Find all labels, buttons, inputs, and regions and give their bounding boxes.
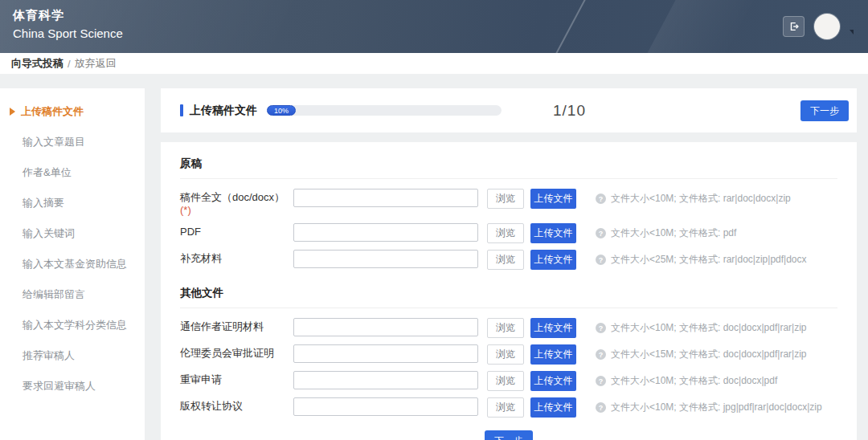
file-label-text: 伦理委员会审批证明 xyxy=(180,347,274,359)
info-icon: ? xyxy=(596,255,606,265)
file-label-text: PDF xyxy=(180,226,201,238)
file-row-copyright-transfer: 版权转让协议 浏览 上传文件 ? 文件大小<10M; 文件格式: jpg|pdf… xyxy=(180,397,837,418)
sidebar-item-label: 推荐审稿人 xyxy=(23,348,75,363)
upload-file-button[interactable]: 上传文件 xyxy=(530,318,576,338)
sidebar-item-excluded-reviewers[interactable]: 要求回避审稿人 xyxy=(0,371,145,401)
file-row-ethics-approval: 伦理委员会审批证明 浏览 上传文件 ? 文件大小<15M; 文件格式: doc|… xyxy=(180,344,837,365)
header-actions xyxy=(783,0,854,53)
breadcrumb-abandon-link[interactable]: 放弃返回 xyxy=(75,56,117,71)
sidebar-item-label: 作者&单位 xyxy=(23,165,72,180)
file-hint-text: 文件大小<10M; 文件格式: doc|docx|pdf|rar|zip xyxy=(611,321,807,335)
sidebar-item-article-title[interactable]: 输入文章题目 xyxy=(0,127,145,157)
next-step-button-top[interactable]: 下一步 xyxy=(800,100,849,121)
browse-button[interactable]: 浏览 xyxy=(487,318,524,338)
group-rows-original: 稿件全文（doc/docx） (*) 浏览 上传文件 ? 文件大小<10M; 文… xyxy=(180,179,837,270)
breadcrumb-current: 向导式投稿 xyxy=(11,56,63,71)
ethics-approval-input[interactable] xyxy=(293,344,478,363)
info-icon: ? xyxy=(596,376,606,386)
corresponding-author-proof-input[interactable] xyxy=(293,318,478,336)
browse-button[interactable]: 浏览 xyxy=(487,250,524,270)
file-hint: ? 文件大小<10M; 文件格式: pdf xyxy=(596,223,736,240)
brand: 体育科学 China Sport Science xyxy=(13,6,123,43)
file-hint-text: 文件大小<10M; 文件格式: doc|docx|pdf xyxy=(611,374,777,388)
progress-header-card: 上传稿件文件 10% 1/10 下一步 xyxy=(161,88,857,132)
file-hint: ? 文件大小<10M; 文件格式: jpg|pdf|rar|doc|docx|z… xyxy=(596,397,822,414)
file-hint-text: 文件大小<10M; 文件格式: pdf xyxy=(611,226,736,240)
file-label: 补充材料 xyxy=(180,250,293,265)
file-row-corresponding-author-proof: 通信作者证明材料 浏览 上传文件 ? 文件大小<10M; 文件格式: doc|d… xyxy=(180,318,837,338)
bottom-actions: 下一步 xyxy=(180,430,837,440)
info-icon: ? xyxy=(596,194,606,204)
next-step-button-bottom[interactable]: 下一步 xyxy=(485,430,533,440)
fulltext-file-input[interactable] xyxy=(293,189,478,207)
group-rows-other: 通信作者证明材料 浏览 上传文件 ? 文件大小<10M; 文件格式: doc|d… xyxy=(180,308,837,418)
sidebar-item-label: 输入文章题目 xyxy=(23,135,85,149)
upload-file-button[interactable]: 上传文件 xyxy=(530,397,576,418)
sidebar-item-keywords[interactable]: 输入关键词 xyxy=(0,218,145,249)
logout-button[interactable] xyxy=(783,16,805,37)
app-title-zh: 体育科学 xyxy=(13,6,123,24)
section-marker-bar xyxy=(180,104,183,116)
file-hint-text: 文件大小<15M; 文件格式: doc|docx|pdf|rar|zip xyxy=(611,348,807,361)
upload-file-button[interactable]: 上传文件 xyxy=(530,371,576,391)
sidebar-item-funding-info[interactable]: 输入本文基金资助信息 xyxy=(0,249,145,279)
sidebar-item-label: 输入关键词 xyxy=(23,226,75,241)
breadcrumb-separator: / xyxy=(68,58,71,70)
file-hint: ? 文件大小<10M; 文件格式: doc|docx|pdf|rar|zip xyxy=(596,318,807,335)
progress-fill: 10% xyxy=(267,105,296,116)
file-row-pdf: PDF 浏览 上传文件 ? 文件大小<10M; 文件格式: pdf xyxy=(180,223,837,243)
sidebar-item-label: 输入摘要 xyxy=(23,196,64,210)
pdf-file-input[interactable] xyxy=(293,223,478,242)
supplementary-file-input[interactable] xyxy=(293,250,478,268)
upload-file-button[interactable]: 上传文件 xyxy=(530,223,576,243)
upload-file-button[interactable]: 上传文件 xyxy=(530,250,576,270)
file-hint-text: 文件大小<10M; 文件格式: rar|doc|docx|zip xyxy=(611,192,791,206)
page-title: 上传稿件文件 xyxy=(190,104,257,118)
steps-sidebar: 上传稿件文件 输入文章题目 作者&单位 输入摘要 输入关键词 输入本文基金资助信… xyxy=(0,88,145,440)
active-step-triangle-icon xyxy=(10,108,15,116)
browse-button[interactable]: 浏览 xyxy=(487,223,524,243)
breadcrumb: 向导式投稿 / 放弃返回 xyxy=(0,53,868,74)
sidebar-item-upload-files[interactable]: 上传稿件文件 xyxy=(0,96,145,127)
info-icon: ? xyxy=(596,349,606,360)
browse-button[interactable]: 浏览 xyxy=(487,344,524,365)
upload-file-button[interactable]: 上传文件 xyxy=(530,344,576,365)
browse-button[interactable]: 浏览 xyxy=(487,371,524,391)
file-label: 重审申请 xyxy=(180,371,293,386)
sidebar-item-label: 要求回避审稿人 xyxy=(23,379,96,393)
file-label: 版权转让协议 xyxy=(180,397,293,413)
file-label: 伦理委员会审批证明 xyxy=(180,344,293,360)
info-icon: ? xyxy=(596,402,606,413)
file-label-text: 稿件全文（doc/docx） xyxy=(180,191,285,203)
sidebar-item-subject-classification[interactable]: 输入本文学科分类信息 xyxy=(0,310,145,340)
page-body: 上传稿件文件 输入文章题目 作者&单位 输入摘要 输入关键词 输入本文基金资助信… xyxy=(0,74,868,440)
file-row-fulltext: 稿件全文（doc/docx） (*) 浏览 上传文件 ? 文件大小<10M; 文… xyxy=(180,189,837,217)
sidebar-item-abstract[interactable]: 输入摘要 xyxy=(0,188,145,218)
sidebar-item-recommend-reviewers[interactable]: 推荐审稿人 xyxy=(0,340,145,371)
user-avatar[interactable] xyxy=(814,14,840,39)
group-title-original-manuscript: 原稿 xyxy=(180,147,837,179)
browse-button[interactable]: 浏览 xyxy=(487,189,524,209)
sidebar-item-editor-message[interactable]: 给编辑部留言 xyxy=(0,279,145,310)
file-hint: ? 文件大小<25M; 文件格式: rar|doc|zip|pdf|docx xyxy=(596,250,807,267)
file-hint: ? 文件大小<15M; 文件格式: doc|docx|pdf|rar|zip xyxy=(596,344,807,361)
app-title-en: China Sport Science xyxy=(13,24,123,43)
info-icon: ? xyxy=(596,323,606,333)
re-review-application-input[interactable] xyxy=(293,371,478,389)
step-counter: 1/10 xyxy=(553,102,586,120)
upload-file-button[interactable]: 上传文件 xyxy=(530,189,576,209)
file-label-text: 重审申请 xyxy=(180,373,222,385)
sidebar-item-label: 给编辑部留言 xyxy=(23,287,85,302)
main-column: 上传稿件文件 10% 1/10 下一步 原稿 稿件全文（doc/docx） (*… xyxy=(161,88,857,440)
file-label: PDF xyxy=(180,223,293,238)
file-hint-text: 文件大小<25M; 文件格式: rar|doc|zip|pdf|docx xyxy=(611,253,807,267)
browse-button[interactable]: 浏览 xyxy=(487,397,524,418)
sidebar-item-authors-affiliations[interactable]: 作者&单位 xyxy=(0,157,145,188)
file-label-text: 补充材料 xyxy=(180,252,222,264)
dropdown-caret-icon[interactable] xyxy=(850,30,854,35)
copyright-transfer-input[interactable] xyxy=(293,397,478,416)
required-mark: (*) xyxy=(180,204,293,217)
file-row-re-review-application: 重审申请 浏览 上传文件 ? 文件大小<10M; 文件格式: doc|docx|… xyxy=(180,371,837,391)
file-label: 通信作者证明材料 xyxy=(180,318,293,333)
sidebar-item-label: 输入本文学科分类信息 xyxy=(23,318,127,332)
